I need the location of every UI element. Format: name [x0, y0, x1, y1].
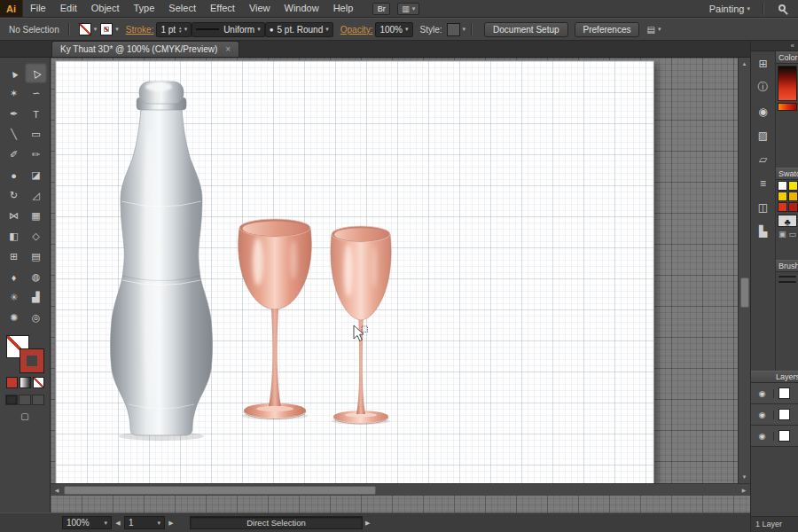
brush-preview[interactable]: [778, 281, 796, 283]
brushes-panel-header[interactable]: Brushes: [776, 260, 798, 272]
menu-effect[interactable]: Effect: [203, 0, 242, 18]
pencil-tool[interactable]: ✏: [25, 145, 47, 165]
bridge-button[interactable]: Br: [372, 3, 390, 15]
swatch-chip[interactable]: [778, 192, 787, 201]
eyedropper-tool[interactable]: ♦: [3, 267, 25, 287]
gradient-button[interactable]: [20, 377, 31, 388]
new-swatch-icon[interactable]: ▣: [778, 230, 786, 239]
zoom-tool[interactable]: ◎: [25, 308, 47, 328]
scroll-left-icon[interactable]: ◀: [51, 485, 63, 496]
canvas-viewport[interactable]: ▲ ▼ ◀ ▶: [51, 58, 750, 512]
draw-behind-button[interactable]: [19, 395, 31, 405]
stepper-icon[interactable]: ▴▾: [179, 26, 182, 33]
stroke-label[interactable]: Stroke:: [126, 25, 154, 35]
swatch-chip[interactable]: [778, 181, 787, 191]
vertical-scrollbar-thumb[interactable]: [740, 278, 749, 308]
stroke-weight-field[interactable]: 1 pt ▴▾ ▾: [156, 22, 192, 37]
menu-object[interactable]: Object: [84, 0, 127, 18]
menu-select[interactable]: Select: [161, 0, 203, 18]
color-spectrum[interactable]: [778, 66, 797, 101]
arrange-documents-button[interactable]: ▥ ▾: [397, 3, 419, 15]
artboard-navigation-field[interactable]: 1 ▾: [124, 516, 165, 529]
delete-swatch-icon[interactable]: ▭: [789, 230, 797, 239]
style-swatch[interactable]: [447, 23, 460, 36]
scroll-up-icon[interactable]: ▲: [739, 58, 750, 70]
app-logo-icon[interactable]: Ai: [0, 0, 23, 17]
perspective-grid-tool[interactable]: ◇: [25, 226, 47, 246]
swatch-chip[interactable]: [788, 192, 798, 201]
artboard[interactable]: [55, 60, 654, 486]
magic-wand-tool[interactable]: ✶: [3, 83, 25, 104]
scroll-right-icon[interactable]: ▶: [738, 484, 750, 495]
layers-panel-header[interactable]: Layers: [751, 371, 798, 383]
column-graph-tool[interactable]: ▟: [25, 287, 47, 308]
width-profile-dropdown[interactable]: Uniform ▾: [192, 22, 265, 37]
scale-tool[interactable]: ◿: [25, 185, 47, 206]
stroke-swatch[interactable]: [20, 349, 43, 372]
visibility-eye-icon[interactable]: ◉: [751, 389, 774, 398]
info-panel-icon[interactable]: ⓘ: [751, 75, 775, 99]
fill-color-swatch[interactable]: [79, 23, 91, 35]
direct-selection-tool[interactable]: △: [25, 63, 47, 83]
brush-definition-dropdown[interactable]: ● 5 pt. Round ▾: [265, 22, 333, 37]
gradient-panel-icon[interactable]: ▨: [751, 123, 775, 147]
opacity-label[interactable]: Opacity:: [340, 25, 373, 35]
rotate-tool[interactable]: ↻: [3, 185, 25, 206]
visibility-eye-icon[interactable]: ◉: [751, 432, 774, 441]
rectangle-tool[interactable]: ▭: [25, 124, 47, 145]
dock-header[interactable]: «: [751, 41, 798, 51]
zoom-dropdown[interactable]: 100% ▾: [62, 516, 112, 529]
color-panel-header[interactable]: Color: [776, 51, 798, 64]
document-tab[interactable]: Ky Thuat 3D* @ 100% (CMYK/Preview) ×: [51, 41, 239, 57]
blob-brush-tool[interactable]: ●: [3, 165, 25, 185]
color-panel-icon[interactable]: ⊞: [751, 51, 775, 75]
stroke-color-swatch[interactable]: [100, 23, 113, 35]
brush-preview[interactable]: [778, 276, 796, 278]
preferences-button[interactable]: Preferences: [575, 22, 640, 37]
blend-tool[interactable]: ◍: [25, 267, 47, 287]
workspace-switcher[interactable]: Painting ▾: [709, 4, 750, 14]
shape-builder-tool[interactable]: ◧: [3, 226, 25, 246]
transform-panel-icon[interactable]: ▱: [751, 147, 775, 171]
search-icon[interactable]: [778, 4, 786, 12]
swatch-chip[interactable]: [778, 202, 787, 212]
hand-tool[interactable]: ✺: [3, 308, 25, 328]
layer-row[interactable]: ◉: [751, 426, 798, 447]
graph-panel-icon[interactable]: ▙: [751, 219, 775, 243]
menu-view[interactable]: View: [242, 0, 278, 18]
menu-type[interactable]: Type: [127, 0, 162, 18]
free-transform-tool[interactable]: ▦: [25, 206, 47, 226]
scroll-down-icon[interactable]: ▼: [739, 471, 750, 483]
paintbrush-tool[interactable]: ✐: [3, 145, 25, 165]
gradient-tool[interactable]: ▤: [25, 246, 47, 267]
menu-help[interactable]: Help: [326, 0, 361, 18]
control-panel-menu[interactable]: ▤ ▾: [646, 25, 661, 35]
none-button[interactable]: [33, 377, 44, 388]
menu-edit[interactable]: Edit: [53, 0, 84, 18]
horizontal-scrollbar-thumb[interactable]: [64, 486, 376, 495]
line-segment-tool[interactable]: ╲: [3, 124, 25, 145]
previous-artboard-button[interactable]: ◀: [112, 520, 124, 527]
pathfinder-panel-icon[interactable]: ◫: [751, 195, 775, 219]
chevron-down-icon[interactable]: ▾: [463, 26, 466, 33]
symbol-sprayer-tool[interactable]: ✳: [3, 287, 25, 308]
menu-file[interactable]: File: [23, 0, 53, 18]
layer-row[interactable]: ◉: [751, 383, 798, 404]
width-tool[interactable]: ⋈: [3, 206, 25, 226]
status-display[interactable]: Direct Selection: [190, 516, 363, 529]
symbols-swatch-icon[interactable]: ♣: [778, 215, 797, 227]
selection-tool[interactable]: ▲: [3, 63, 25, 83]
swatches-panel-header[interactable]: Swatches: [776, 168, 798, 180]
chevron-down-icon[interactable]: ▾: [184, 26, 188, 33]
mesh-tool[interactable]: ⊞: [3, 246, 25, 267]
draw-normal-button[interactable]: [5, 395, 18, 405]
status-menu-icon[interactable]: ▶: [365, 520, 370, 527]
swatch-chip[interactable]: [788, 202, 798, 212]
document-setup-button[interactable]: Document Setup: [484, 22, 568, 37]
lasso-tool[interactable]: ∽: [25, 83, 47, 104]
horizontal-scrollbar[interactable]: ◀ ▶: [51, 483, 750, 496]
draw-inside-button[interactable]: [32, 395, 44, 405]
next-artboard-button[interactable]: ▶: [165, 520, 177, 527]
color-ramp[interactable]: [778, 103, 797, 111]
align-panel-icon[interactable]: ≡: [751, 171, 775, 195]
